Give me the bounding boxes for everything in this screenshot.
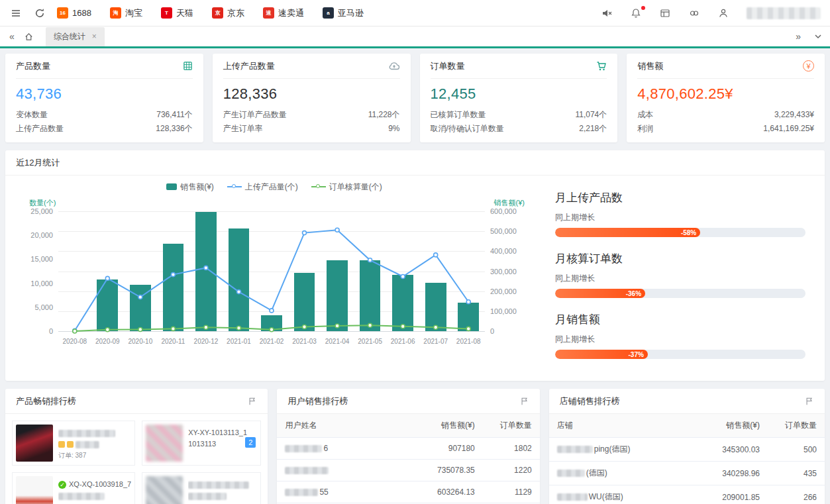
bookmark-1688[interactable]: 161688 — [57, 7, 91, 19]
x-axis-label: 2020-11 — [161, 338, 185, 345]
table-row: (德国) 340298.96 435 — [549, 462, 825, 485]
product-image — [16, 476, 53, 504]
stat-label: 成本 — [637, 108, 653, 122]
chart-legend: 销售额(¥)上传产品量(个)订单核算量(个) — [16, 179, 533, 194]
close-icon[interactable]: × — [92, 32, 97, 40]
menu-icon[interactable] — [9, 7, 23, 20]
stat-card-products: 产品数量 43,736 变体数量736,411个 上传产品数量128,336个 — [5, 54, 203, 142]
product-order-count: 订单: 387 — [58, 450, 131, 461]
scroll-tabs-left-icon[interactable]: « — [7, 31, 17, 42]
cloud-upload-icon — [388, 61, 400, 71]
growth-progressbar: -37% — [555, 350, 805, 359]
tab-menu-caret-icon[interactable] — [814, 32, 822, 40]
bookmarks-bar: 161688 淘淘宝 T天猫 京京东 速速卖通 a亚马逊 — [57, 7, 382, 19]
tab-label: 综合统计 — [54, 31, 85, 42]
x-axis-label: 2021-08 — [456, 338, 481, 345]
x-axis-label: 2020-08 — [62, 338, 87, 345]
growth-title: 月上传产品数 — [555, 190, 809, 205]
stat-card-value: 4,870,602.25¥ — [637, 85, 814, 103]
check-icon: ✓ — [58, 481, 66, 489]
bookmark-taobao[interactable]: 淘淘宝 — [110, 7, 142, 19]
x-axis-label: 2021-03 — [292, 338, 317, 345]
table-row: 735078.35 1220 — [277, 460, 539, 481]
panel-title: 近12月统计 — [16, 157, 60, 169]
bell-icon[interactable] — [630, 7, 642, 19]
axis-tick: 300,000 — [490, 268, 517, 276]
stat-label: 利润 — [637, 122, 653, 136]
bookmark-tmall[interactable]: T天猫 — [161, 7, 193, 19]
user-name: 6 — [323, 444, 328, 453]
product-sku: XQ-XQ-1003918_7 — [69, 480, 131, 488]
product-card[interactable]: ✓XQ-XQ-1003918_7 — [12, 472, 135, 504]
growth-progress-fill: -36% — [555, 289, 645, 298]
stat-label: 变体数量 — [16, 108, 48, 122]
growth-summary: 月上传产品数 同上期增长 -58% 月核算订单数 同上期增长 -36% 月销售额… — [533, 179, 814, 373]
tab-summary-statistics[interactable]: 综合统计 × — [46, 27, 105, 46]
store-ranking-panel: 店铺销售排行榜 店铺 销售额(¥) 订单数量 — [549, 389, 825, 504]
stat-card-value: 43,736 — [16, 85, 193, 103]
bar-2020-11 — [163, 244, 184, 331]
legend-item[interactable]: 订单核算量(个) — [311, 181, 382, 193]
order-count: 1220 — [483, 460, 540, 481]
user-name: 55 — [319, 487, 328, 497]
bookmark-jd[interactable]: 京京东 — [212, 7, 244, 19]
product-grid: 订单: 387 XY-XY-1013113_1 1013113 2 — [5, 414, 268, 504]
stat-label: 已核算订单数量 — [431, 108, 486, 122]
x-axis-label: 2021-04 — [325, 338, 350, 345]
legend-item[interactable]: 上传产品量(个) — [227, 181, 298, 193]
product-ranking-panel: 产品畅销排行榜 订单: 387 — [5, 389, 268, 504]
grid-icon — [183, 61, 193, 71]
stat-value: 11,228个 — [368, 108, 400, 122]
x-axis-label: 2021-07 — [423, 338, 448, 345]
stat-value: 128,336个 — [156, 122, 192, 136]
username-redacted[interactable] — [747, 7, 821, 19]
sales-amount: 209001.85 — [694, 485, 768, 504]
stat-value: 9% — [388, 122, 399, 136]
mute-icon[interactable] — [601, 7, 613, 19]
stat-value: 3,229,433¥ — [774, 108, 814, 122]
flag-icon — [805, 397, 814, 406]
axis-tick: 0 — [490, 327, 494, 335]
notification-dot — [641, 6, 645, 10]
column-header: 销售额(¥) — [694, 414, 768, 438]
order-count: 1129 — [483, 481, 540, 503]
user-ranking-table: 用户姓名 销售额(¥) 订单数量 6 907180 1802 — [277, 414, 539, 504]
bookmark-amazon[interactable]: a亚马逊 — [323, 7, 364, 19]
relation-icon[interactable] — [688, 7, 700, 19]
growth-group-uploads: 月上传产品数 同上期增长 -58% — [555, 190, 809, 237]
product-card[interactable]: XY-XY-1013113_1 1013113 2 — [142, 421, 261, 466]
browser-toolbar: 161688 淘淘宝 T天猫 京京东 速速卖通 a亚马逊 — [0, 0, 830, 26]
refresh-icon[interactable] — [33, 7, 46, 20]
home-icon[interactable] — [24, 32, 34, 42]
legend-item[interactable]: 销售额(¥) — [166, 181, 214, 193]
x-axis-label: 2020-09 — [95, 338, 120, 345]
user-icon[interactable] — [717, 7, 729, 19]
bar-2021-03 — [294, 273, 315, 331]
scroll-tabs-right-icon[interactable]: » — [793, 31, 804, 42]
sales-amount: 907180 — [409, 438, 483, 460]
1688-icon: 16 — [57, 7, 68, 19]
stat-value: 736,411个 — [156, 108, 193, 122]
stat-card-title: 上传产品数量 — [223, 60, 275, 72]
growth-label: 同上期增长 — [555, 273, 809, 284]
amazon-icon: a — [323, 7, 334, 19]
bar-2020-09 — [97, 279, 118, 331]
column-header: 订单数量 — [768, 414, 825, 438]
bar-2021-07 — [425, 283, 446, 331]
axis-tick: 0 — [49, 327, 53, 335]
product-card[interactable]: 订单: 387 — [12, 421, 135, 466]
column-header: 用户姓名 — [277, 414, 408, 438]
sales-amount: 603264.13 — [409, 481, 483, 503]
workbench-icon[interactable] — [659, 7, 671, 19]
stat-card-sales: 销售额 ¥ 4,870,602.25¥ 成本3,229,433¥ 利润1,641… — [627, 54, 825, 142]
bar-2021-01 — [229, 228, 250, 331]
cart-icon — [596, 61, 607, 72]
axis-tick: 20,000 — [30, 231, 53, 239]
product-card[interactable] — [142, 472, 261, 504]
stat-card-title: 订单数量 — [431, 60, 465, 72]
stat-label: 产生订单率 — [223, 122, 263, 136]
growth-label: 同上期增长 — [555, 212, 809, 223]
bookmark-aliexpress[interactable]: 速速卖通 — [263, 7, 304, 19]
x-axis-label: 2021-02 — [260, 338, 284, 345]
product-image — [16, 425, 53, 462]
